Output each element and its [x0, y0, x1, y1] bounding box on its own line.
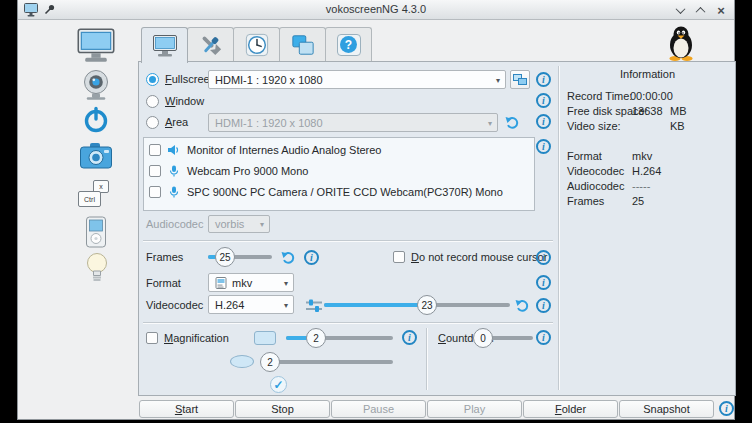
- audio-info-button[interactable]: i: [536, 139, 551, 154]
- sidebar-webcam-icon: [81, 69, 111, 101]
- fullscreen-info-button[interactable]: i: [536, 72, 551, 87]
- info-format-label: Format: [567, 150, 602, 162]
- mouse-cursor-info-button[interactable]: i: [536, 250, 551, 265]
- magnification-label[interactable]: Magnification: [164, 332, 229, 344]
- videocodec-label: Videocodec: [146, 299, 203, 311]
- dropdown-arrow-icon: ▾: [284, 300, 288, 309]
- fullscreen-radio[interactable]: [146, 73, 159, 86]
- window-radio[interactable]: [146, 95, 159, 108]
- snapshot-button[interactable]: Snapshot: [619, 400, 714, 418]
- countdown-info-button[interactable]: i: [536, 330, 551, 345]
- tools-icon: [198, 33, 224, 57]
- magnification-info-button[interactable]: i: [402, 330, 417, 345]
- format-info-button[interactable]: i: [536, 275, 551, 290]
- format-value: mkv: [232, 277, 252, 289]
- section-divider: [143, 322, 553, 323]
- videocodec-info-button[interactable]: i: [536, 298, 551, 313]
- tab-tools[interactable]: [187, 27, 234, 61]
- audio-device-label: Webcam Pro 9000 Mono: [187, 165, 308, 177]
- tab-screen[interactable]: [141, 27, 188, 63]
- fullscreen-screen-select[interactable]: HDMI-1 : 1920 x 1080 ▾: [208, 70, 506, 89]
- free-disk-unit: MB: [670, 105, 687, 117]
- tux-penguin-icon: [663, 25, 699, 61]
- area-label[interactable]: Area: [165, 116, 188, 128]
- chevron-up-icon: [695, 6, 705, 16]
- key-ctrl: Ctrl: [78, 191, 101, 207]
- quality-slider-handle[interactable]: 23: [417, 295, 437, 315]
- frames-reset-button[interactable]: [280, 249, 297, 266]
- area-radio[interactable]: [146, 116, 159, 129]
- magnification-width-handle[interactable]: 2: [306, 328, 326, 348]
- info-format-value: mkv: [632, 150, 652, 162]
- magnification-checkbox[interactable]: [146, 332, 158, 344]
- screen-icon: [152, 34, 178, 58]
- undo-icon: [505, 115, 520, 130]
- quality-adjust-icon: [306, 299, 322, 312]
- maximize-button[interactable]: [693, 3, 707, 17]
- area-screen-select: HDMI-1 : 1920 x 1080 ▾: [208, 113, 498, 132]
- tab-panels[interactable]: [279, 27, 326, 61]
- format-select[interactable]: mkv ▾: [208, 273, 294, 292]
- magnification-oval-preview: [230, 355, 254, 368]
- microphone-icon: [168, 165, 180, 177]
- speaker-icon: [168, 144, 180, 156]
- info-audiocodec-value: -----: [632, 180, 650, 192]
- dual-screens-icon: [513, 74, 527, 86]
- countdown-slider-handle[interactable]: 0: [473, 328, 493, 348]
- desktop: { "accent_color": "#3daee9", "icons": { …: [0, 0, 752, 423]
- mouse-cursor-checkbox[interactable]: [393, 251, 405, 263]
- audio-device-checkbox[interactable]: [149, 186, 161, 198]
- audiocodec-select: vorbis ▾: [208, 215, 270, 233]
- videocodec-select[interactable]: H.264 ▾: [208, 295, 294, 314]
- info-frames-label: Frames: [567, 195, 604, 207]
- window-info-button[interactable]: i: [536, 93, 551, 108]
- magnification-height-slider[interactable]: [270, 360, 393, 364]
- microphone-icon: [168, 186, 180, 198]
- audio-device-label: SPC 900NC PC Camera / ORITE CCD Webcam(P…: [187, 186, 503, 198]
- group-separator: [426, 328, 427, 390]
- titlebar[interactable]: vokoscreenNG 4.3.0 ×: [18, 0, 734, 20]
- panel-separator: [558, 66, 559, 390]
- start-button[interactable]: Start: [139, 400, 234, 418]
- magnification-apply-button[interactable]: ✓: [270, 376, 287, 393]
- area-reset-button[interactable]: [504, 114, 521, 131]
- all-screens-button[interactable]: [510, 70, 530, 89]
- sidebar-power-icon: [82, 106, 110, 134]
- bottom-info-button[interactable]: i: [719, 401, 734, 416]
- magnification-height-handle[interactable]: 2: [260, 352, 280, 372]
- frames-slider-handle[interactable]: 25: [215, 247, 235, 267]
- audio-device-row: SPC 900NC PC Camera / ORITE CCD Webcam(P…: [144, 183, 534, 201]
- area-info-button[interactable]: i: [536, 114, 551, 129]
- quality-reset-button[interactable]: [514, 297, 531, 314]
- tab-schedule[interactable]: [233, 27, 280, 61]
- close-icon: ×: [717, 4, 725, 17]
- window-title: vokoscreenNG 4.3.0: [18, 3, 734, 15]
- video-file-icon: [215, 277, 227, 289]
- clock-icon: [244, 33, 270, 57]
- minimize-button[interactable]: [673, 3, 687, 17]
- window-label[interactable]: Window: [165, 95, 204, 107]
- sidebar-camera-icon: [79, 142, 113, 170]
- audio-device-row: Webcam Pro 9000 Mono: [144, 162, 534, 180]
- free-disk-value: 13638: [632, 105, 663, 117]
- videocodec-value: H.264: [215, 299, 244, 311]
- mouse-cursor-label[interactable]: Do not record mouse cursor: [411, 251, 547, 263]
- magnification-width-slider[interactable]: [286, 336, 393, 340]
- close-button[interactable]: ×: [714, 3, 728, 17]
- audio-device-checkbox[interactable]: [149, 144, 161, 156]
- audio-device-checkbox[interactable]: [149, 165, 161, 177]
- chevron-down-icon: [675, 4, 685, 14]
- info-videocodec-value: H.264: [632, 165, 661, 177]
- stop-button[interactable]: Stop: [235, 400, 330, 418]
- dropdown-arrow-icon: ▾: [284, 278, 288, 287]
- audio-device-row: Monitor of Internes Audio Analog Stereo: [144, 141, 534, 159]
- audiocodec-label: Audiocodec: [146, 218, 204, 230]
- info-videocodec-label: Videocodec: [567, 165, 624, 177]
- app-window: vokoscreenNG 4.3.0 × x Ctrl: [17, 0, 735, 420]
- question-glyph: ?: [345, 38, 352, 52]
- frames-info-button[interactable]: i: [304, 250, 319, 265]
- tab-help[interactable]: ?: [325, 27, 372, 61]
- audiocodec-value: vorbis: [215, 218, 244, 230]
- folder-button[interactable]: Folder: [523, 400, 618, 418]
- help-icon: ?: [337, 34, 361, 56]
